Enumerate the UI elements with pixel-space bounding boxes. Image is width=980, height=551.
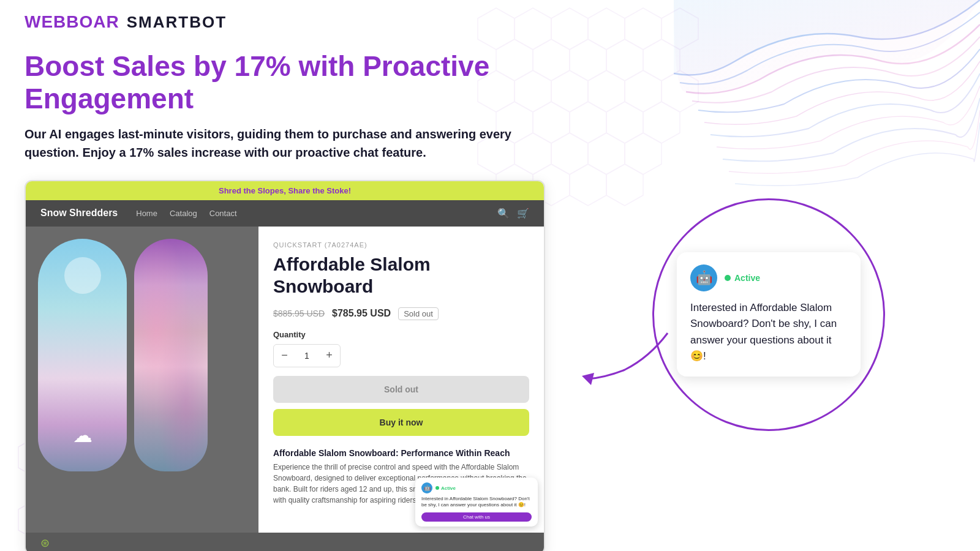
search-icon[interactable]: 🔍 <box>497 208 510 219</box>
quantity-control: − 1 + <box>273 344 341 367</box>
announcement-bar: Shred the Slopes, Share the Stoke! <box>26 181 544 200</box>
product-images <box>26 227 258 533</box>
chat-status-label: Active <box>734 273 760 283</box>
shop-nav-icons: 🔍 🛒 <box>497 208 529 219</box>
shop-logo: Snow Shredders <box>40 208 118 219</box>
quantity-minus-button[interactable]: − <box>274 345 295 367</box>
chat-status: Active <box>725 273 760 283</box>
mini-chat-text: Interested in Affordable Slalom Snowboar… <box>421 496 532 509</box>
shop-nav-links: Home Catalog Contact <box>136 209 236 218</box>
logo-smartbot: SMARTBOT <box>127 13 227 32</box>
two-column-layout: Shred the Slopes, Share the Stoke! Snow … <box>24 180 956 551</box>
hero-title: Boost Sales by 17% with Proactive Engage… <box>24 50 576 115</box>
price-sale: $785.95 USD <box>332 308 391 319</box>
product-title: Affordable Slalom Snowboard <box>273 253 529 298</box>
mini-chat-button[interactable]: Chat with us <box>421 512 532 522</box>
logo-webboar: WEBBOAR <box>24 12 119 32</box>
buy-now-button[interactable]: Buy it now <box>273 409 529 436</box>
sold-out-badge: Sold out <box>398 307 439 320</box>
cart-icon[interactable]: 🛒 <box>517 208 529 219</box>
quantity-plus-button[interactable]: + <box>318 345 340 367</box>
chat-popup: 🤖 Active Interested in Affordable Slalom… <box>677 252 861 377</box>
product-description-title: Affordable Slalom Snowboard: Performance… <box>273 448 529 458</box>
shopify-footer: ⊛ <box>26 533 544 551</box>
mini-chat-header: 🤖 Active <box>421 482 532 493</box>
chat-avatar: 🤖 <box>690 264 717 291</box>
svg-marker-38 <box>582 373 594 385</box>
nav-catalog[interactable]: Catalog <box>170 209 197 218</box>
shopify-mockup: Shred the Slopes, Share the Stoke! Snow … <box>24 180 545 551</box>
quantity-value: 1 <box>295 351 318 361</box>
mini-chat-bubble: 🤖 Active Interested in Affordable Slalom… <box>415 478 538 527</box>
nav-contact[interactable]: Contact <box>209 209 237 218</box>
quantity-label: Quantity <box>273 330 529 339</box>
chat-circle: 🤖 Active Interested in Affordable Slalom… <box>652 198 885 431</box>
mini-active-dot <box>435 486 439 490</box>
snowboard-image-right <box>134 239 208 471</box>
price-original: $885.95 USD <box>273 309 325 318</box>
mini-active-status: Active <box>435 485 456 491</box>
main-content: WEBBOAR SMARTBOT Boost Sales by 17% with… <box>0 0 980 551</box>
nav-home[interactable]: Home <box>136 209 157 218</box>
product-sku: QUICKSTART (7A0274AE) <box>273 241 529 249</box>
status-active-dot <box>725 275 731 281</box>
shop-nav: Snow Shredders Home Catalog Contact 🔍 🛒 <box>26 200 544 227</box>
header: WEBBOAR SMARTBOT <box>24 12 956 32</box>
mini-active-label: Active <box>441 485 456 491</box>
mini-chat-avatar: 🤖 <box>421 482 432 493</box>
chat-message: Interested in Affordable Slalom Snowboar… <box>690 300 847 364</box>
hero-subtitle: Our AI engages last-minute visitors, gui… <box>24 125 527 162</box>
product-area-wrapper: QUICKSTART (7A0274AE) Affordable Slalom … <box>26 227 544 533</box>
shopify-logo-icon: ⊛ <box>40 536 50 550</box>
price-row: $885.95 USD $785.95 USD Sold out <box>273 307 529 320</box>
snowboard-image-left <box>38 239 127 471</box>
chat-section: 🤖 Active Interested in Affordable Slalom… <box>582 180 956 431</box>
chat-popup-header: 🤖 Active <box>690 264 847 291</box>
sold-out-button: Sold out <box>273 376 529 403</box>
chat-message-text: Interested in Affordable Slalom Snowboar… <box>690 302 837 362</box>
